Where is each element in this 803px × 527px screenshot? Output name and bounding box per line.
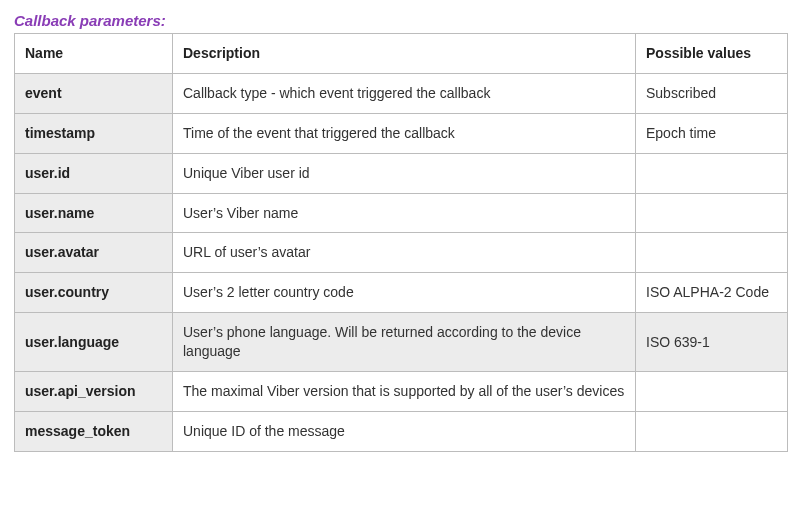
table-row: user.avatarURL of user’s avatar [15, 233, 788, 273]
param-name: user.country [15, 273, 173, 313]
param-description: The maximal Viber version that is suppor… [173, 372, 636, 412]
col-header-possible: Possible values [636, 34, 788, 74]
param-description: User’s Viber name [173, 193, 636, 233]
param-possible-values: Subscribed [636, 73, 788, 113]
param-name: user.language [15, 313, 173, 372]
param-name: user.api_version [15, 372, 173, 412]
param-name: message_token [15, 411, 173, 451]
param-name: event [15, 73, 173, 113]
table-row: user.languageUser’s phone language. Will… [15, 313, 788, 372]
param-possible-values: ISO ALPHA-2 Code [636, 273, 788, 313]
table-row: user.api_versionThe maximal Viber versio… [15, 372, 788, 412]
table-row: user.nameUser’s Viber name [15, 193, 788, 233]
param-possible-values: ISO 639-1 [636, 313, 788, 372]
table-row: user.idUnique Viber user id [15, 153, 788, 193]
param-possible-values [636, 411, 788, 451]
param-description: Unique Viber user id [173, 153, 636, 193]
param-description: Callback type - which event triggered th… [173, 73, 636, 113]
parameters-table: Name Description Possible values eventCa… [14, 33, 788, 452]
param-description: Unique ID of the message [173, 411, 636, 451]
param-possible-values [636, 372, 788, 412]
col-header-name: Name [15, 34, 173, 74]
param-name: user.id [15, 153, 173, 193]
param-name: timestamp [15, 113, 173, 153]
param-name: user.avatar [15, 233, 173, 273]
table-row: message_tokenUnique ID of the message [15, 411, 788, 451]
param-description: User’s phone language. Will be returned … [173, 313, 636, 372]
param-description: Time of the event that triggered the cal… [173, 113, 636, 153]
table-row: eventCallback type - which event trigger… [15, 73, 788, 113]
param-possible-values [636, 233, 788, 273]
param-description: URL of user’s avatar [173, 233, 636, 273]
table-header-row: Name Description Possible values [15, 34, 788, 74]
param-description: User’s 2 letter country code [173, 273, 636, 313]
param-name: user.name [15, 193, 173, 233]
param-possible-values: Epoch time [636, 113, 788, 153]
param-possible-values [636, 153, 788, 193]
section-title: Callback parameters: [14, 12, 789, 29]
col-header-description: Description [173, 34, 636, 74]
table-row: timestampTime of the event that triggere… [15, 113, 788, 153]
table-row: user.countryUser’s 2 letter country code… [15, 273, 788, 313]
param-possible-values [636, 193, 788, 233]
